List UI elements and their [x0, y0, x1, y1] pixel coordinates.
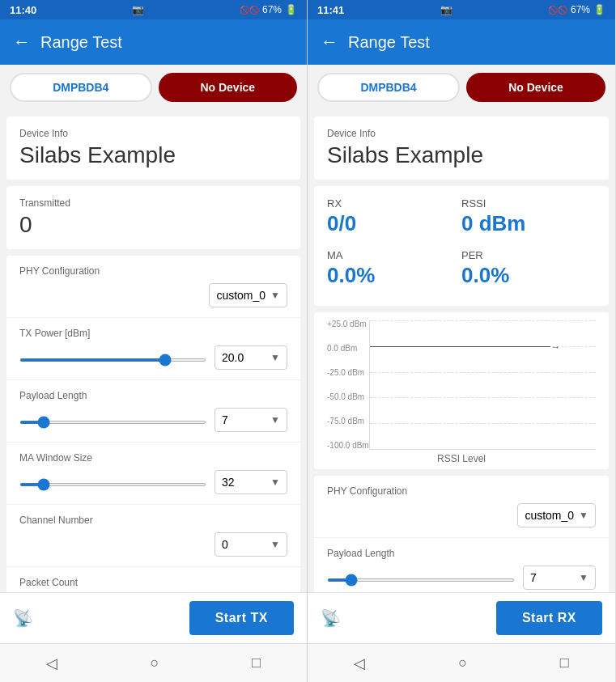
left-channel-row: Channel Number 0 ▼	[6, 505, 300, 567]
right-tab-row: DMPBDB4 No Device	[308, 65, 615, 110]
right-rx-metric: RX 0/0	[327, 194, 461, 246]
left-txpower-dropdown[interactable]: 20.0 ▼	[215, 345, 287, 370]
right-rssi-metric: RSSI 0 dBm	[461, 194, 596, 246]
left-tab-no-device[interactable]: No Device	[159, 73, 298, 102]
left-txpower-row: TX Power [dBm] 20.0 ▼	[6, 318, 300, 380]
right-gridline-5	[370, 449, 596, 450]
left-payload-dropdown[interactable]: 7 ▼	[215, 408, 287, 432]
left-time: 11:40	[10, 4, 36, 16]
right-metrics-card: RX 0/0 RSSI 0 dBm MA 0.0% PER 0.0%	[314, 186, 609, 306]
right-chart-data-line	[370, 346, 550, 347]
left-txpower-label: TX Power [dBm]	[19, 328, 287, 339]
left-start-tx-button[interactable]: Start TX	[189, 601, 294, 635]
right-chart-y-labels: +25.0 dBm 0.0 dBm -25.0 dBm -50.0 dBm -7…	[327, 320, 369, 450]
right-ma-value: 0.0%	[327, 263, 455, 288]
right-per-value: 0.0%	[461, 263, 589, 288]
right-nav-bar: ◁ ○ □	[308, 643, 615, 682]
right-phy-dropdown[interactable]: custom_0 ▼	[517, 503, 596, 527]
right-gridline-3	[370, 397, 596, 398]
right-app-bar: ← Range Test	[308, 19, 615, 65]
right-per-metric: PER 0.0%	[461, 246, 596, 298]
left-battery: 67%	[262, 4, 282, 15]
right-payload-dropdown[interactable]: 7 ▼	[523, 566, 596, 590]
right-tab-dmpbdb4[interactable]: DMPBDB4	[317, 73, 460, 102]
left-mawindow-slider[interactable]	[19, 483, 206, 486]
right-time: 11:41	[317, 4, 344, 16]
right-rssi-value: 0 dBm	[461, 211, 589, 236]
right-payload-value: 7	[530, 571, 537, 584]
right-bottom-bar: 📡 Start RX	[308, 592, 615, 643]
right-back-button[interactable]: ←	[321, 32, 338, 53]
left-channel-value: 0	[222, 538, 228, 551]
right-chart-plot: →	[369, 320, 596, 450]
right-phy-row: PHY Configuration custom_0 ▼	[314, 476, 609, 538]
left-payload-slider[interactable]	[19, 421, 206, 424]
left-transmitted-label: Transmitted	[19, 197, 287, 209]
left-transmitted-value: 0	[19, 212, 287, 238]
left-nav-home-icon[interactable]: ○	[151, 654, 159, 671]
right-ma-label: MA	[327, 249, 455, 261]
left-bottom-bar: 📡 Start TX	[0, 592, 307, 643]
left-status-bar: 11:40 📷 🚫🚫 67% 🔋	[0, 0, 307, 19]
right-y-label-1: 0.0 dBm	[327, 345, 369, 353]
left-payload-row: Payload Length 7 ▼	[6, 380, 300, 443]
left-nav-recent-icon[interactable]: □	[252, 654, 261, 671]
right-start-rx-button[interactable]: Start RX	[496, 601, 602, 635]
right-scroll-area: Device Info Silabs Example RX 0/0 RSSI 0…	[308, 110, 615, 592]
left-app-bar: ← Range Test	[0, 19, 307, 65]
left-device-info-card: Device Info Silabs Example	[6, 116, 300, 180]
left-payload-chevron-icon: ▼	[270, 414, 280, 426]
left-mawindow-chevron-icon: ▼	[270, 477, 280, 488]
right-nav-home-icon[interactable]: ○	[458, 654, 467, 671]
right-chart-title: RSSI Level	[327, 453, 596, 464]
right-app-title: Range Test	[348, 33, 430, 52]
left-txpower-slider[interactable]	[19, 358, 206, 362]
right-rx-label: RX	[327, 197, 455, 210]
right-ma-metric: MA 0.0%	[327, 246, 461, 298]
right-y-label-2: -25.0 dBm	[327, 369, 369, 377]
left-nav-bar: ◁ ○ □	[0, 643, 307, 682]
right-y-label-4: -75.0 dBm	[327, 417, 369, 426]
left-packetcount-label: Packet Count	[19, 577, 287, 588]
left-tab-dmpbdb4[interactable]: DMPBDB4	[10, 73, 152, 102]
left-back-button[interactable]: ←	[13, 32, 31, 53]
left-wifi-icon: 📡	[13, 608, 33, 628]
left-phy-dropdown[interactable]: custom_0 ▼	[209, 283, 287, 307]
right-payload-slider[interactable]	[327, 578, 515, 582]
left-signal-icon: 🚫🚫	[240, 6, 259, 15]
right-status-icon: 📷	[440, 4, 452, 15]
left-mawindow-dropdown[interactable]: 32 ▼	[215, 470, 287, 494]
right-payload-chevron-icon: ▼	[579, 572, 588, 583]
left-nav-back-icon[interactable]: ◁	[46, 654, 57, 672]
right-status-bar: 11:41 📷 🚫🚫 67% 🔋	[308, 0, 615, 19]
left-battery-icon: 🔋	[285, 4, 297, 15]
left-mawindow-label: MA Window Size	[19, 452, 287, 464]
right-rx-value: 0/0	[327, 211, 455, 236]
right-rssi-label: RSSI	[461, 197, 589, 210]
right-phone: 11:41 📷 🚫🚫 67% 🔋 ← Range Test DMPBDB4 No…	[308, 0, 615, 682]
right-phy-value: custom_0	[525, 509, 574, 522]
right-payload-label: Payload Length	[327, 548, 596, 559]
left-phy-row: PHY Configuration custom_0 ▼	[6, 256, 300, 318]
right-phy-label: PHY Configuration	[327, 485, 596, 497]
right-per-label: PER	[461, 249, 589, 261]
left-channel-label: Channel Number	[19, 515, 287, 526]
left-txpower-chevron-icon: ▼	[270, 352, 280, 363]
right-tab-no-device[interactable]: No Device	[466, 73, 605, 102]
right-nav-recent-icon[interactable]: □	[560, 654, 569, 671]
left-mawindow-row: MA Window Size 32 ▼	[6, 443, 300, 505]
left-device-info-value: Silabs Example	[19, 142, 287, 168]
right-chart-inner: +25.0 dBm 0.0 dBm -25.0 dBm -50.0 dBm -7…	[327, 320, 596, 450]
right-device-info-value: Silabs Example	[327, 142, 596, 168]
left-channel-dropdown[interactable]: 0 ▼	[215, 532, 287, 557]
right-battery-icon: 🔋	[593, 4, 605, 15]
right-device-info-card: Device Info Silabs Example	[314, 116, 609, 180]
right-form-card: PHY Configuration custom_0 ▼ Payload Len…	[314, 476, 609, 592]
left-form-card: PHY Configuration custom_0 ▼ TX Power [d…	[6, 256, 300, 592]
right-wifi-icon: 📡	[321, 608, 341, 628]
left-txpower-value: 20.0	[222, 351, 244, 364]
right-nav-back-icon[interactable]: ◁	[354, 654, 365, 672]
right-y-label-0: +25.0 dBm	[327, 320, 369, 328]
right-y-label-3: -50.0 dBm	[327, 393, 369, 401]
left-phy-label: PHY Configuration	[19, 265, 287, 277]
